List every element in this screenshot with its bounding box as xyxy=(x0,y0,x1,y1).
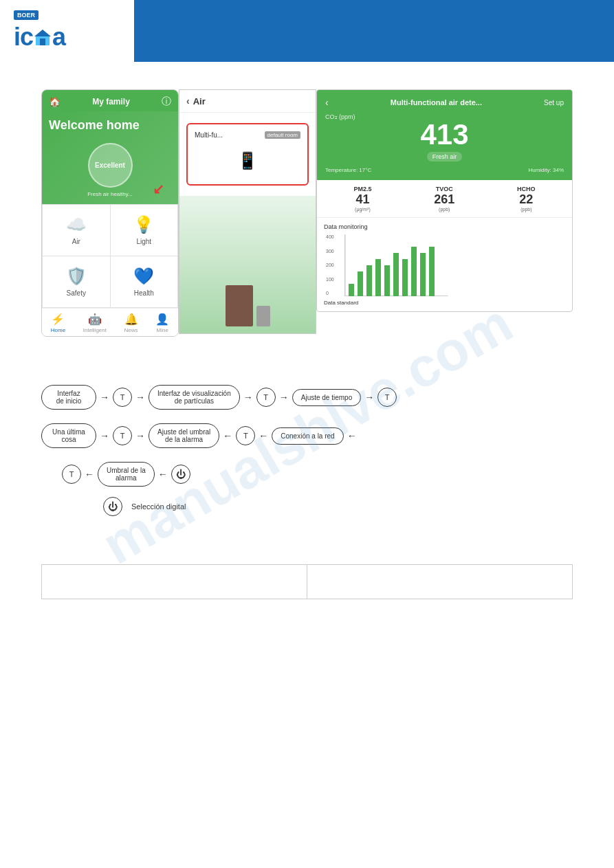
air-device-section: ‹ Air Multi-fu... default room 📱 xyxy=(179,89,316,334)
flow-row-4: ⏻ Selección digital xyxy=(103,497,573,516)
cabinet-icon xyxy=(226,285,253,326)
logo-ic: ic xyxy=(14,23,33,52)
chart-y-0: 0 xyxy=(326,291,334,296)
temperature-label: Temperature: 17°C xyxy=(325,167,371,173)
chart-y-400: 400 xyxy=(326,234,334,239)
svg-rect-5 xyxy=(349,284,354,296)
phone-grid: ☁️ Air 💡 Light 🛡️ Safety 💙 Health xyxy=(42,204,178,308)
svg-rect-9 xyxy=(384,265,390,296)
logo-text: ic a xyxy=(14,23,65,52)
chart-y-200: 200 xyxy=(326,263,334,267)
flow-circle-t6: T xyxy=(62,465,81,484)
grid-item-safety[interactable]: 🛡️ Safety xyxy=(43,256,110,307)
logo-section: BOER ic a xyxy=(0,0,134,62)
pm25-unit: (μg/m³) xyxy=(353,207,371,212)
boer-badge: BOER xyxy=(14,10,39,20)
air-header: ‹ Air xyxy=(179,90,316,113)
detail-metrics: PM2.5 41 (μg/m³) TVOC 261 (ppb) HCHO 22 … xyxy=(317,180,572,218)
safety-icon: 🛡️ xyxy=(66,267,87,286)
nav-intelligent-label: Intelligent xyxy=(83,327,107,333)
svg-rect-14 xyxy=(429,247,435,296)
light-label: Light xyxy=(136,238,151,245)
safety-label: Safety xyxy=(67,289,86,297)
tvoc-value: 261 xyxy=(434,192,454,207)
excellent-circle: Excellent xyxy=(88,143,133,188)
air-icon: ☁️ xyxy=(66,215,87,234)
chart-y-100: 100 xyxy=(326,277,334,282)
flow-circle-power1: ⏻ xyxy=(171,465,190,484)
svg-rect-7 xyxy=(366,265,372,296)
svg-rect-12 xyxy=(411,247,417,296)
nav-home[interactable]: ⚡ Home xyxy=(51,313,65,333)
setup-button[interactable]: Set up xyxy=(544,99,564,107)
flow-row-2: Una últimacosa → T → Ajuste del umbralde… xyxy=(41,423,573,448)
grid-item-health[interactable]: 💙 Health xyxy=(111,256,178,307)
back-arrow-icon[interactable]: ‹ xyxy=(186,96,190,107)
welcome-text: Welcome home xyxy=(49,118,171,133)
home-icon: 🏠 xyxy=(49,96,61,107)
device-card-header: Multi-fu... default room xyxy=(195,131,300,139)
metric-pm25: PM2.5 41 (μg/m³) xyxy=(353,186,371,212)
health-icon: 💙 xyxy=(133,267,154,286)
logo: BOER ic a xyxy=(14,10,65,52)
phone-top-bar: 🏠 My family ⓘ xyxy=(42,90,178,111)
power-note-label: Selección digital xyxy=(131,502,186,511)
svg-rect-10 xyxy=(393,253,399,296)
health-label: Health xyxy=(134,289,154,297)
nav-home-label: Home xyxy=(51,327,65,333)
flow-row-3: T ← Umbral de laalarma ← ⏻ xyxy=(62,462,573,487)
room-furniture xyxy=(226,285,270,326)
arrow-7: → xyxy=(135,430,145,441)
device-name: Multi-fu... xyxy=(195,131,223,139)
svg-rect-11 xyxy=(402,259,408,296)
phone-green-section: Welcome home Excellent Fresh air healthy… xyxy=(42,111,178,204)
phone-bottom-nav: ⚡ Home 🤖 Intelligent 🔔 News 👤 Mine xyxy=(42,308,178,336)
main-content: manualshlve.com 🏠 My family ⓘ Welcome ho… xyxy=(0,62,614,627)
flow-circle-t4: T xyxy=(113,426,132,445)
arrow-8: ← xyxy=(223,430,232,441)
flow-diagram: Interfazde inicio → T → Interfaz de visu… xyxy=(41,371,573,544)
metric-hcho: HCHO 22 (ppb) xyxy=(517,186,536,212)
flow-box-umbral: Umbral de laalarma xyxy=(98,462,155,487)
header: BOER ic a xyxy=(0,0,614,62)
detail-title: Multi-functional air dete... xyxy=(391,98,482,107)
device-icon: 📱 xyxy=(237,151,258,170)
nav-news-label: News xyxy=(124,327,138,333)
hcho-value: 22 xyxy=(517,192,536,207)
data-monitoring-title: Data monitoring xyxy=(324,223,565,230)
flow-circle-t3: T xyxy=(377,388,397,407)
nav-news[interactable]: 🔔 News xyxy=(124,313,138,333)
nav-news-icon: 🔔 xyxy=(124,313,138,326)
air-label: Air xyxy=(72,238,80,245)
flow-row-1: Interfazde inicio → T → Interfaz de visu… xyxy=(41,385,573,410)
flow-box-particulas: Interfaz de visualizaciónde partículas xyxy=(149,385,240,410)
svg-rect-2 xyxy=(40,38,45,45)
bottom-table xyxy=(41,564,573,599)
flow-circle-empty xyxy=(360,426,367,445)
air-title: Air xyxy=(193,96,206,107)
flow-box-tiempo: Ajuste de tiempo xyxy=(292,389,362,406)
info-icon: ⓘ xyxy=(162,96,171,108)
nav-mine[interactable]: 👤 Mine xyxy=(155,313,169,333)
detail-back-icon[interactable]: ‹ xyxy=(325,97,329,108)
grid-item-air[interactable]: ☁️ Air xyxy=(43,205,110,256)
svg-rect-6 xyxy=(358,271,363,296)
small-item-icon xyxy=(256,306,270,326)
red-arrow-icon: ↙ xyxy=(153,181,164,197)
nav-intelligent[interactable]: 🤖 Intelligent xyxy=(83,313,107,333)
flow-box-ultima: Una últimacosa xyxy=(41,423,96,448)
device-card[interactable]: Multi-fu... default room 📱 xyxy=(186,123,309,186)
table-row xyxy=(42,565,573,599)
detail-header-bar: ‹ Multi-functional air dete... Set up xyxy=(325,97,564,108)
arrow-4: → xyxy=(279,392,289,403)
flow-section: Interfazde inicio → T → Interfaz de visu… xyxy=(41,371,573,544)
arrow-11: ← xyxy=(85,469,94,480)
arrow-3: → xyxy=(243,392,253,403)
data-monitoring-section: Data monitoring 400 300 200 100 0 xyxy=(317,218,572,311)
grid-item-light[interactable]: 💡 Light xyxy=(111,205,178,256)
flow-circle-t1: T xyxy=(113,388,132,407)
co2-label: CO₂ (ppm) xyxy=(325,113,564,120)
pm25-value: 41 xyxy=(353,192,371,207)
svg-rect-8 xyxy=(375,259,381,296)
hcho-unit: (ppb) xyxy=(517,207,536,212)
